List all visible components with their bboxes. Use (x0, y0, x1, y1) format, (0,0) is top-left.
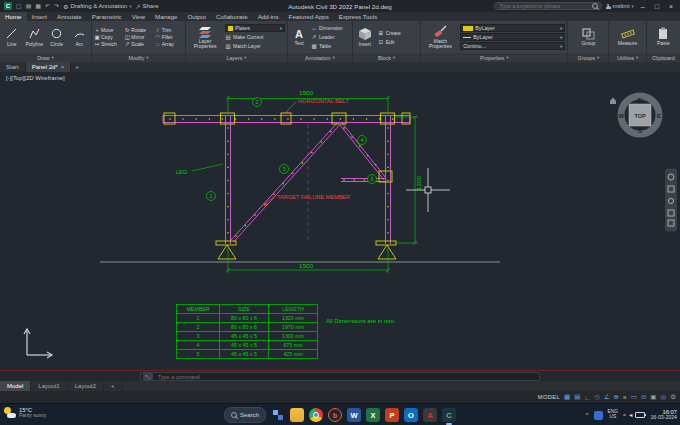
save-file-icon[interactable]: ▦ (35, 2, 41, 10)
viewport-controls[interactable]: [-][Top][2D Wireframe] (6, 75, 65, 81)
member-table[interactable]: MEMBER SIZE LENGTH 180 x 80 x 61320 mm 2… (176, 304, 318, 359)
callout-labels[interactable]: HORIZONTAL BELT LEG TARGET FAILURE MEMBE… (176, 98, 350, 206)
chrome-icon[interactable] (309, 408, 323, 422)
tab-layout2[interactable]: Layout2 (68, 381, 104, 391)
grid-toggle-icon[interactable]: ▦ (564, 393, 570, 401)
navigation-bar[interactable] (665, 168, 678, 232)
tab-model[interactable]: Model (0, 381, 31, 391)
measure-button[interactable]: Measure (618, 27, 637, 47)
undo-icon[interactable]: ↶ (45, 2, 50, 10)
tab-start[interactable]: Start (0, 62, 26, 72)
layers-panel-flyout[interactable]: Layers▾ (186, 53, 287, 62)
groups-panel-flyout[interactable]: Groups▾ (568, 53, 608, 62)
draw-panel-flyout[interactable]: Draw▾ (0, 53, 91, 62)
taskbar-search[interactable]: Search (224, 407, 266, 423)
tab-layout1[interactable]: Layout1 (31, 381, 67, 391)
rotate-button[interactable]: ↻Rotate (124, 27, 152, 33)
tab-view[interactable]: View (127, 12, 150, 21)
stretch-button[interactable]: ↦Stretch (94, 41, 122, 47)
minimize-button[interactable]: – (638, 3, 648, 10)
polyline-button[interactable]: Polyline (25, 27, 45, 47)
language-switcher[interactable]: ENG US (608, 410, 618, 420)
restore-button[interactable]: □ (652, 3, 662, 10)
tab-parametric[interactable]: Parametric (87, 12, 127, 21)
linetype-select[interactable]: Continu... ▾ (460, 42, 565, 50)
tab-featured-apps[interactable]: Featured Apps (284, 12, 334, 21)
tracking-toggle-icon[interactable]: ⊙ (641, 393, 646, 401)
tab-addins[interactable]: Add-ins (253, 12, 284, 21)
new-drawing-tab-button[interactable]: + (71, 62, 83, 72)
onedrive-tray-icon[interactable] (594, 411, 603, 420)
cad-drawing[interactable]: 1500 1500 1200 HORIZONTAL BELT LEG TARGE… (0, 72, 680, 370)
viewcube-home-icon[interactable] (610, 98, 616, 105)
gusset-plates[interactable] (164, 113, 410, 259)
tab-express-tools[interactable]: Express Tools (334, 12, 382, 21)
move-button[interactable]: +Move (94, 27, 122, 33)
command-input[interactable] (156, 373, 537, 381)
excel-icon[interactable]: X (366, 408, 380, 422)
utilities-panel-flyout[interactable]: Utilities▾ (609, 53, 645, 62)
group-button[interactable]: Group (581, 27, 595, 47)
acrobat-icon[interactable]: A (423, 408, 437, 422)
model-space-canvas[interactable]: [-][Top][2D Wireframe] (0, 72, 680, 370)
ortho-toggle-icon[interactable]: ∟ (584, 394, 590, 401)
close-button[interactable]: × (666, 3, 676, 10)
open-file-icon[interactable]: ▤ (26, 2, 32, 10)
civil3d-taskbar-icon[interactable]: C (442, 408, 456, 422)
brave-browser-icon[interactable]: b (328, 408, 342, 422)
array-button[interactable]: ∷Array (155, 41, 183, 47)
task-view-icon[interactable] (271, 408, 285, 422)
dimension-button[interactable]: ↔Dimension (311, 24, 350, 32)
layer-select[interactable]: Plates ▾ (225, 24, 285, 32)
angle-toggle-icon[interactable]: ∠ (604, 393, 610, 401)
insert-block-button[interactable]: Insert (355, 27, 375, 48)
powerpoint-icon[interactable]: P (385, 408, 399, 422)
text-button[interactable]: A Text (290, 28, 308, 47)
make-current-button[interactable]: ▤Make Current (225, 33, 285, 41)
properties-panel-flyout[interactable]: Properties▾ (421, 53, 567, 62)
lineweight-select[interactable]: ByLayer ▾ (460, 33, 565, 41)
customization-gear-icon[interactable]: ⚙ (670, 393, 676, 401)
close-tab-icon[interactable]: × (61, 64, 65, 70)
tab-panel2d[interactable]: Panel 2d* × (26, 62, 72, 72)
annotation-scale-icon[interactable]: ▣ (650, 393, 656, 401)
tab-collaborate[interactable]: Collaborate (211, 12, 253, 21)
polar-toggle-icon[interactable]: ◇ (595, 393, 600, 401)
command-line[interactable]: >_ (140, 372, 540, 381)
fillet-button[interactable]: ◠Fillet (155, 34, 183, 40)
selection-cycling-icon[interactable]: ▭ (631, 393, 637, 401)
new-layout-button[interactable]: + (104, 381, 123, 391)
tab-manage[interactable]: Manage (150, 12, 182, 21)
trim-button[interactable]: /Trim (155, 27, 183, 33)
table-button[interactable]: ▦Table (311, 42, 350, 50)
clock[interactable]: 16:07 16-03-2024 (650, 409, 677, 422)
modify-panel-flyout[interactable]: Modify▾ (92, 53, 185, 62)
line-button[interactable]: Line (2, 27, 22, 47)
match-properties-button[interactable]: Match Properties (423, 25, 457, 50)
word-icon[interactable]: W (347, 408, 361, 422)
tab-home[interactable]: Home (0, 12, 27, 21)
tray-expand-icon[interactable]: ^ (586, 412, 589, 418)
share-button[interactable]: ↗ Share (135, 3, 158, 10)
redo-icon[interactable]: ↷ (54, 2, 59, 10)
account-menu[interactable]: mslimi ▾ (606, 3, 634, 9)
arc-button[interactable]: Arc (70, 27, 90, 47)
edit-block-button[interactable]: ⊡Edit (378, 38, 419, 46)
layer-properties-button[interactable]: Layer Properties (188, 25, 222, 50)
workspace-icon[interactable]: ◎ (661, 393, 667, 401)
ucs-icon[interactable] (24, 329, 52, 358)
file-explorer-icon[interactable] (290, 408, 304, 422)
model-space-toggle[interactable]: MODEL (538, 394, 560, 400)
scale-button[interactable]: ⇗Scale (124, 41, 152, 47)
annotation-panel-flyout[interactable]: Annotation▾ (288, 53, 352, 62)
outlook-icon[interactable]: O (404, 408, 418, 422)
paste-button[interactable]: Paste (657, 27, 670, 47)
mirror-button[interactable]: ◫Mirror (124, 34, 152, 40)
copy-button[interactable]: ▣Copy (94, 34, 122, 40)
osnap-toggle-icon[interactable]: ⊕ (613, 393, 618, 401)
match-layer-button[interactable]: ▥Match Layer (225, 42, 285, 50)
civil3d-logo-icon[interactable]: C (4, 2, 12, 10)
tab-output[interactable]: Output (182, 12, 211, 21)
create-block-button[interactable]: ⊞Create (378, 29, 419, 37)
snap-toggle-icon[interactable]: ▤ (574, 393, 580, 401)
